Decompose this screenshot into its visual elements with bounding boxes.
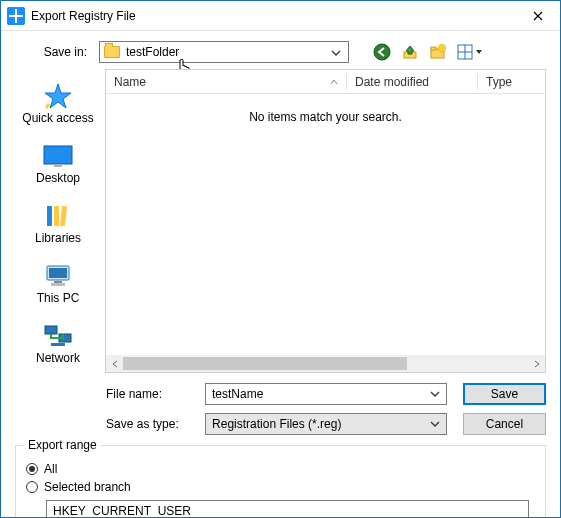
svg-rect-17: [45, 326, 57, 334]
nav-back-button[interactable]: [371, 41, 393, 63]
type-label: Save as type:: [106, 417, 189, 431]
radio-all-label: All: [44, 462, 57, 476]
network-icon: [41, 321, 75, 351]
type-field[interactable]: Registration Files (*.reg): [205, 413, 447, 435]
chevron-down-icon: [430, 391, 440, 397]
file-list-area: Name Date modified Type No items match y…: [105, 69, 546, 373]
save-button[interactable]: Save: [463, 383, 546, 405]
column-type-label: Type: [486, 75, 512, 89]
svg-rect-15: [54, 281, 62, 283]
window-title: Export Registry File: [31, 9, 515, 23]
type-value: Registration Files (*.reg): [212, 417, 430, 431]
svg-rect-14: [49, 268, 67, 278]
view-menu-icon: [457, 43, 483, 61]
place-this-pc[interactable]: This PC: [15, 255, 101, 313]
branch-input[interactable]: HKEY_CURRENT_USER: [46, 500, 529, 518]
filename-field[interactable]: testName: [205, 383, 447, 405]
column-name[interactable]: Name: [106, 75, 346, 89]
libraries-icon: [41, 201, 75, 231]
branch-value: HKEY_CURRENT_USER: [53, 504, 191, 518]
nav-up-button[interactable]: [399, 41, 421, 63]
scroll-left-icon[interactable]: [106, 355, 123, 372]
svg-rect-11: [54, 206, 59, 226]
export-range-group: Export range All Selected branch HKEY_CU…: [15, 445, 546, 518]
place-network[interactable]: Network: [15, 315, 101, 373]
filename-label: File name:: [106, 387, 189, 401]
folder-icon: [104, 46, 120, 58]
place-label: Quick access: [22, 111, 93, 125]
place-label: This PC: [37, 291, 80, 305]
app-icon: [7, 7, 25, 25]
cancel-button-label: Cancel: [486, 417, 523, 431]
place-libraries[interactable]: Libraries: [15, 195, 101, 253]
svg-rect-8: [44, 146, 72, 164]
svg-rect-19: [51, 343, 65, 346]
radio-all-row[interactable]: All: [26, 462, 535, 476]
chevron-down-icon: [430, 421, 440, 427]
svg-rect-10: [47, 206, 52, 226]
column-date-label: Date modified: [355, 75, 429, 89]
content-area: Quick access Desktop Libraries This PC N…: [1, 69, 560, 373]
column-type[interactable]: Type: [478, 75, 545, 89]
save-in-row: Save in: testFolder: [1, 31, 560, 69]
place-quick-access[interactable]: Quick access: [15, 75, 101, 133]
place-label: Libraries: [35, 231, 81, 245]
filename-row: File name: testName Save: [1, 379, 560, 409]
back-icon: [373, 43, 391, 61]
titlebar: Export Registry File: [1, 1, 560, 31]
nav-view-button[interactable]: [455, 41, 485, 63]
scroll-thumb[interactable]: [123, 357, 407, 370]
close-button[interactable]: [515, 1, 560, 30]
type-row: Save as type: Registration Files (*.reg)…: [1, 409, 560, 439]
column-date[interactable]: Date modified: [347, 75, 477, 89]
export-range-legend: Export range: [24, 438, 101, 452]
radio-all[interactable]: [26, 463, 38, 475]
horizontal-scrollbar[interactable]: [106, 355, 545, 372]
svg-rect-3: [431, 47, 436, 50]
save-in-label: Save in:: [15, 45, 93, 59]
radio-selected[interactable]: [26, 481, 38, 493]
radio-selected-row[interactable]: Selected branch: [26, 480, 535, 494]
cancel-button[interactable]: Cancel: [463, 413, 546, 435]
chevron-down-icon: [328, 45, 344, 59]
column-name-label: Name: [114, 75, 146, 89]
up-icon: [401, 43, 419, 61]
nav-new-folder-button[interactable]: [427, 41, 449, 63]
sort-asc-icon: [330, 79, 338, 85]
quick-access-icon: [41, 81, 75, 111]
new-folder-icon: [429, 43, 447, 61]
column-header-row: Name Date modified Type: [106, 70, 545, 94]
svg-rect-9: [54, 164, 62, 167]
save-button-label: Save: [491, 387, 518, 401]
place-label: Network: [36, 351, 80, 365]
radio-selected-label: Selected branch: [44, 480, 131, 494]
place-label: Desktop: [36, 171, 80, 185]
place-desktop[interactable]: Desktop: [15, 135, 101, 193]
svg-rect-12: [60, 206, 67, 226]
filename-value: testName: [212, 387, 430, 401]
close-icon: [533, 11, 543, 21]
save-in-combo[interactable]: testFolder: [99, 41, 349, 63]
svg-point-0: [374, 44, 390, 60]
save-in-value: testFolder: [126, 45, 328, 59]
places-bar: Quick access Desktop Libraries This PC N…: [15, 69, 101, 373]
svg-rect-16: [51, 283, 65, 286]
desktop-icon: [41, 141, 75, 171]
scroll-right-icon[interactable]: [528, 355, 545, 372]
this-pc-icon: [41, 261, 75, 291]
scroll-track[interactable]: [123, 355, 528, 372]
empty-message: No items match your search.: [106, 94, 545, 124]
